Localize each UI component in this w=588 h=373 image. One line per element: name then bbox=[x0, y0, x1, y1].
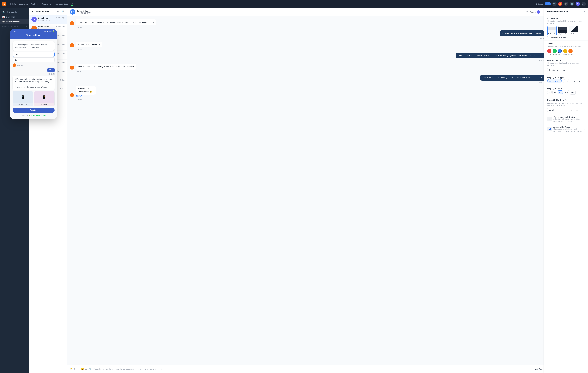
nav-link-tickets[interactable]: Tickets bbox=[10, 2, 16, 6]
confirm-button[interactable]: Confirm bbox=[12, 108, 54, 113]
theme-title: Theme bbox=[547, 43, 585, 45]
assignee-info: Yod Agbaria bbox=[526, 10, 540, 14]
nav-avatar[interactable]: U bbox=[576, 2, 580, 6]
phone-card-12xl[interactable]: 📱 zPhone 12 XL bbox=[12, 91, 33, 106]
color-green-item: Green bbox=[553, 49, 557, 55]
editor-font-size-select[interactable]: 12 ▾ bbox=[575, 108, 585, 112]
mobile-apology: We're sorry to know that you're facing t… bbox=[12, 76, 54, 90]
nav-link-customers[interactable]: Customers bbox=[19, 2, 28, 6]
conv-item-john-peter[interactable]: JP John Peter Chat has been ended 15 min… bbox=[29, 15, 67, 24]
color-yellow[interactable] bbox=[563, 49, 567, 53]
msg-group-2: Hi David, please share me your booking d… bbox=[70, 31, 544, 39]
conv-time-4: 9 hours ago bbox=[56, 44, 64, 49]
emoji-icon[interactable]: 😊 bbox=[81, 368, 84, 370]
msg-time-6: 11:04 AM ✓ bbox=[536, 82, 544, 84]
editor-font-select[interactable]: Zoho Puvi ▾ bbox=[547, 108, 573, 112]
preferences-close-button[interactable]: ✕ bbox=[583, 10, 585, 13]
chat-user-info: DM David Miller · +1-408-352-9191 bbox=[70, 9, 91, 15]
appearance-desc: Choose the mode in which you want to vie… bbox=[547, 20, 585, 24]
sidebar-label-dashboard: Dashboard bbox=[6, 16, 15, 18]
mobile-yes-input[interactable]: Yes bbox=[12, 52, 54, 57]
sidebar-item-all-channels[interactable]: 📡 All Channels bbox=[0, 9, 29, 14]
layout-select-dropdown[interactable]: ⊞ Adaptive Layout ▾ bbox=[547, 68, 585, 72]
theme-light-mode[interactable]: Light Mode bbox=[547, 26, 557, 35]
font-size-lg[interactable]: Aa bbox=[564, 90, 569, 94]
msg-time-2: 11:01 AM ✓ bbox=[536, 37, 544, 39]
mobile-no-time: 09:41 AM bbox=[17, 65, 23, 66]
logo[interactable]: Z bbox=[2, 2, 6, 6]
editor-font-desc: Select the default font type and size fo… bbox=[547, 102, 585, 107]
msg-avatar-customer-3 bbox=[70, 43, 74, 47]
mobile-agent-icon bbox=[12, 64, 16, 67]
image-icon[interactable]: 🖼 bbox=[85, 368, 88, 370]
personalize-reply-icon: ↩ bbox=[547, 117, 552, 121]
phone-name-13xl: zPhone 13 XL bbox=[34, 103, 54, 106]
nav-games-icon[interactable]: 🎮 bbox=[564, 2, 568, 6]
nav-search-icon[interactable]: 🔍 bbox=[552, 2, 556, 6]
font-type-options: Zoho Puvi ✓ Lato Roboto bbox=[547, 79, 585, 83]
dashboard-icon: 📊 bbox=[2, 16, 5, 18]
display-layout-desc: Choose a layout that is optimal for your… bbox=[547, 62, 585, 66]
reply-button[interactable]: REPLY bbox=[75, 95, 107, 97]
font-size-sm[interactable]: Aa bbox=[552, 91, 557, 94]
color-blue-item: Blue bbox=[558, 49, 562, 55]
auto-mode-label: Auto ⓘ bbox=[569, 32, 578, 35]
mobile-no-option[interactable]: No bbox=[12, 57, 54, 62]
color-yellow-item: Yellow bbox=[563, 49, 567, 55]
mobile-chat-title: Chat with us bbox=[13, 34, 54, 37]
nav-settings-icon[interactable]: ⚙️ bbox=[570, 2, 574, 6]
end-chat-button[interactable]: End Chat bbox=[532, 367, 545, 371]
msg-group-3: Booking ID: 1002FDERTW 11:02 AM bbox=[70, 42, 544, 50]
personalize-reply-button-item[interactable]: ↩ Personalize Reply Button Select the re… bbox=[545, 114, 588, 124]
color-orange[interactable] bbox=[568, 49, 573, 53]
font-lato[interactable]: Lato bbox=[563, 79, 570, 83]
nav-link-knowledge-base[interactable]: Knowledge Base bbox=[54, 2, 68, 6]
color-red[interactable] bbox=[547, 49, 551, 53]
phone-name-12xl: zPhone 12 XL bbox=[13, 103, 33, 106]
format-icon[interactable]: 📝 bbox=[69, 368, 72, 370]
editor-font-size-chevron-icon: ▾ bbox=[583, 109, 583, 111]
mobile-agent-row: 09:41 AM bbox=[12, 64, 54, 67]
msg-group-1: Hi, Can you check and update the status … bbox=[70, 19, 544, 28]
msg-bubble-7: You guys rock. Thanks again 😀 bbox=[75, 86, 96, 95]
color-blue[interactable] bbox=[558, 49, 562, 53]
msg-time-7: 11:04 AM bbox=[75, 98, 544, 100]
attachment-icon[interactable]: 📎 bbox=[89, 368, 92, 370]
mobile-yes-time: 09:41 AM bbox=[12, 73, 54, 75]
left-panel-checkbox[interactable] bbox=[547, 36, 549, 38]
hashtag-icon[interactable]: # bbox=[74, 368, 75, 370]
mobile-time: 9:41 bbox=[12, 31, 16, 32]
msg-avatar-customer-7 bbox=[70, 93, 74, 97]
font-roboto[interactable]: Roboto bbox=[572, 79, 581, 83]
chat-more-options-icon[interactable]: ⋯ bbox=[542, 10, 544, 14]
msg-with-avatar-7: You guys rock. Thanks again 😀 REPLY bbox=[70, 86, 544, 97]
search-icon[interactable]: 🔍 bbox=[62, 10, 64, 13]
conv-info-john-peter: John Peter Chat has been ended bbox=[38, 17, 52, 22]
phone-card-13xl[interactable]: 📱 zPhone 13 XL bbox=[34, 91, 54, 106]
sidebar-label-instant-messaging: Instant Messaging bbox=[6, 21, 21, 23]
nav-link-im[interactable]: IM bbox=[71, 2, 73, 6]
nav-link-analytics[interactable]: Analytics bbox=[31, 2, 39, 6]
accessibility-controls-item[interactable]: ♿ Accessibility Controls Making your hel… bbox=[545, 124, 588, 134]
nav-link-community[interactable]: Community bbox=[42, 2, 51, 6]
theme-night-mode[interactable]: Night Mode bbox=[558, 26, 567, 35]
msg-bubble-4: Thanks, I could see that the issue has b… bbox=[455, 53, 544, 58]
font-type-section: Display Font Type Zoho Puvi ✓ Lato Robot… bbox=[545, 74, 588, 85]
nav-notifications-icon[interactable]: 🔔 bbox=[558, 2, 562, 6]
theme-auto-mode[interactable]: Auto ⓘ bbox=[569, 26, 578, 35]
sidebar-item-instant-messaging[interactable]: 💬 Instant Messaging bbox=[0, 19, 29, 24]
sidebar-item-dashboard[interactable]: 📊 Dashboard bbox=[0, 14, 29, 19]
font-size-md[interactable]: Aa bbox=[558, 90, 563, 94]
font-zoho-puvi[interactable]: Zoho Puvi ✓ bbox=[547, 79, 562, 83]
chat-messages: Hi, Can you check and update the status … bbox=[67, 16, 547, 365]
nav-grid-icon[interactable]: ⋮⋮ bbox=[582, 2, 586, 6]
editor-font-hint-icon: ⓘ bbox=[565, 99, 567, 101]
filter-all-button[interactable]: All bbox=[56, 10, 61, 13]
whatsapp-icon[interactable]: 💬 bbox=[76, 368, 79, 370]
font-size-xl[interactable]: Aa bbox=[570, 90, 576, 95]
phone-images: 📱 zPhone 12 XL 📱 zPhone 13 XL bbox=[12, 91, 54, 106]
color-green[interactable] bbox=[553, 49, 557, 53]
nav-add-button[interactable]: + ▾ bbox=[545, 2, 551, 5]
font-size-xs[interactable]: Aa bbox=[547, 91, 552, 94]
accessibility-controls-info: Accessibility Controls Making your helpd… bbox=[554, 126, 583, 132]
